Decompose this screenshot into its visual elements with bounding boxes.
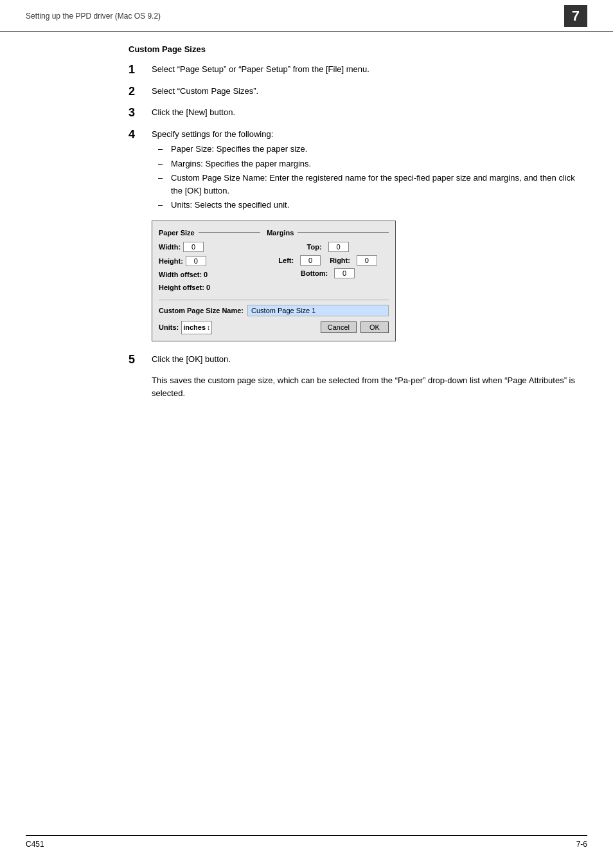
header-left-text: Setting up the PPD driver (Mac OS 9.2)	[26, 12, 161, 21]
bullet-2-text: Margins: Specifies the paper margins.	[171, 158, 587, 170]
height-label: Height:	[159, 256, 183, 267]
step-5: 5 Click the [OK] button.	[129, 353, 587, 368]
width-input[interactable]	[183, 242, 204, 252]
bottom-row: Bottom:	[301, 268, 355, 279]
custom-name-input[interactable]	[247, 305, 389, 316]
step-3-text: Click the [New] button.	[152, 106, 587, 119]
units-arrow-icon: ↕	[207, 323, 210, 332]
margins-section: Margins Top: Left:	[267, 228, 389, 295]
step-1-text: Select “Page Setup” or “Paper Setup” fro…	[152, 63, 587, 76]
right-label: Right:	[330, 255, 350, 266]
units-label: Units:	[159, 322, 179, 333]
paper-size-label: Paper Size	[159, 228, 195, 239]
page-wrapper: Setting up the PPD driver (Mac OS 9.2) 7…	[0, 0, 613, 868]
header-right: 7	[564, 5, 587, 27]
width-label: Width:	[159, 242, 181, 253]
dash-1: –	[158, 143, 171, 156]
bullet-2: – Margins: Specifies the paper margins.	[158, 158, 587, 170]
units-row: Units: inches ↕ Cancel OK	[159, 321, 389, 334]
ok-button[interactable]: OK	[360, 321, 389, 333]
margins-title: Margins	[267, 228, 389, 239]
step-5-number: 5	[129, 353, 152, 367]
step-3-number: 3	[129, 106, 152, 120]
width-offset-value: 0	[204, 269, 208, 280]
right-input[interactable]	[357, 255, 377, 266]
step-2-content: Select “Custom Page Sizes”.	[152, 85, 587, 100]
bullet-4-text: Units: Selects the specified unit.	[171, 199, 587, 212]
custom-name-label: Custom Page Size Name:	[159, 305, 244, 316]
width-row: Width:	[159, 242, 260, 253]
paper-size-title: Paper Size	[159, 228, 260, 239]
margins-grid: Top: Left: Right:	[267, 242, 389, 279]
step-5-note: This saves the custom page size, which c…	[152, 374, 587, 399]
dialog-main-row: Paper Size Width: Height: Wi	[159, 228, 389, 295]
top-input[interactable]	[328, 242, 349, 252]
units-select[interactable]: inches ↕	[181, 321, 212, 334]
margins-label: Margins	[267, 228, 294, 239]
step-3-content: Click the [New] button.	[152, 106, 587, 122]
bullet-4: – Units: Selects the specified unit.	[158, 199, 587, 212]
width-offset-row: Width offset: 0	[159, 269, 260, 280]
cancel-button[interactable]: Cancel	[321, 321, 357, 333]
height-offset-row: Height offset: 0	[159, 282, 260, 293]
bottom-input[interactable]	[334, 268, 355, 278]
top-label: Top:	[307, 242, 322, 253]
step-2-text: Select “Custom Page Sizes”.	[152, 85, 587, 98]
step-4-content: Specify settings for the following: – Pa…	[152, 128, 587, 341]
height-offset-value: 0	[206, 282, 210, 293]
content-area: Custom Page Sizes 1 Select “Page Setup” …	[0, 44, 613, 425]
dash-4: –	[158, 199, 171, 212]
height-offset-label: Height offset:	[159, 282, 204, 293]
bullet-3: – Custom Page Size Name: Enter the regis…	[158, 172, 587, 197]
step-2: 2 Select “Custom Page Sizes”.	[129, 85, 587, 100]
left-input[interactable]	[300, 255, 321, 266]
step-2-number: 2	[129, 85, 152, 99]
step-1-number: 1	[129, 63, 152, 77]
units-left: Units: inches ↕	[159, 321, 212, 334]
bullet-3-text: Custom Page Size Name: Enter the registe…	[171, 172, 587, 197]
paper-size-section: Paper Size Width: Height: Wi	[159, 228, 260, 295]
top-header: Setting up the PPD driver (Mac OS 9.2) 7	[0, 0, 613, 32]
footer-right: 7-6	[576, 840, 587, 849]
custom-page-size-dialog: Paper Size Width: Height: Wi	[152, 221, 396, 341]
units-value: inches	[183, 322, 206, 333]
width-offset-label: Width offset:	[159, 269, 202, 280]
bottom-label: Bottom:	[301, 268, 328, 279]
bullet-1-text: Paper Size: Specifies the paper size.	[171, 143, 587, 156]
height-row: Height:	[159, 256, 260, 267]
left-label: Left:	[278, 255, 294, 266]
step-4: 4 Specify settings for the following: – …	[129, 128, 587, 341]
custom-name-row: Custom Page Size Name:	[159, 300, 389, 316]
dash-2: –	[158, 158, 171, 170]
step-4-bullets: – Paper Size: Specifies the paper size. …	[158, 143, 587, 212]
step-4-number: 4	[129, 128, 152, 142]
footer: C451 7-6	[26, 835, 587, 849]
footer-left: C451	[26, 840, 44, 849]
step-1: 1 Select “Page Setup” or “Paper Setup” f…	[129, 63, 587, 78]
step-1-content: Select “Page Setup” or “Paper Setup” fro…	[152, 63, 587, 78]
step-4-text: Specify settings for the following:	[152, 128, 587, 141]
bullet-1: – Paper Size: Specifies the paper size.	[158, 143, 587, 156]
left-right-row: Left: Right:	[278, 255, 377, 266]
step-5-text: Click the [OK] button.	[152, 353, 587, 366]
top-row: Top:	[307, 242, 349, 253]
section-title: Custom Page Sizes	[129, 44, 587, 54]
height-input[interactable]	[186, 256, 206, 266]
dash-3: –	[158, 172, 171, 197]
step-3: 3 Click the [New] button.	[129, 106, 587, 122]
dialog-buttons: Cancel OK	[321, 321, 389, 333]
chapter-number: 7	[564, 5, 587, 27]
step-5-content: Click the [OK] button.	[152, 353, 587, 368]
